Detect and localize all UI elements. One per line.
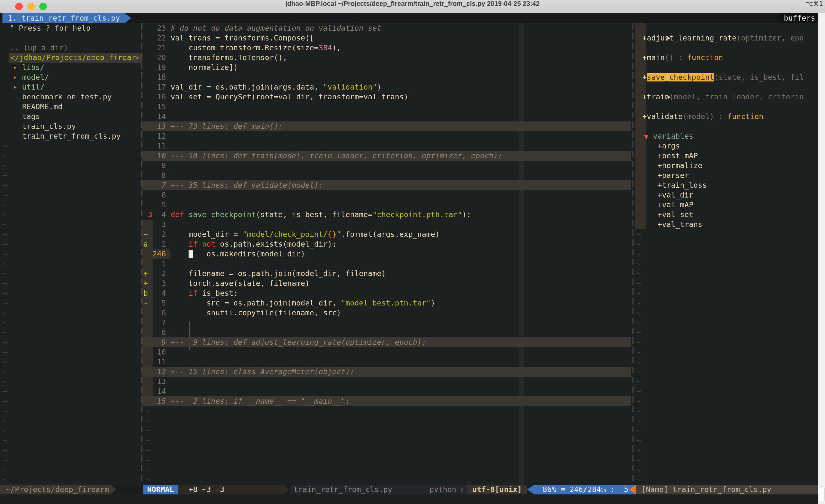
code-line[interactable]: ~5 src = os.path.join(model_dir, "model_… [142,298,631,308]
tagbar-item[interactable]: +parser [658,171,689,180]
code-line[interactable]: 22val_trans = transforms.Compose([ [142,33,631,43]
filler-line: ~ [0,416,140,426]
mode-indicator: NORMAL [143,485,178,494]
code-line[interactable]: 16val_set = QuerySet(root=val_dir, trans… [142,92,631,102]
filler-line: ~ [636,475,641,485]
code-line[interactable]: +2 filename = os.path.join(model_dir, fi… [142,269,631,278]
filler-line: ~ [0,376,140,387]
filler-line: ~ [0,435,140,445]
powerline-arrow-icon [527,485,534,494]
tagbar-item[interactable]: +validate(model) : function [642,112,763,121]
tagbar-item[interactable]: +val_set [658,210,693,220]
code-line[interactable]: a1 if not os.path.exists(model_dir): [142,239,631,249]
code-line[interactable]: 10 [142,347,631,357]
nerdtree-dir-util[interactable]: ▸util/ [0,82,140,92]
tagbar-item[interactable]: +val_mAP [658,200,693,210]
powerline-arrow-icon [110,485,117,494]
folded-region[interactable]: 15+-- 2 lines: if __name__ == "__main__"… [142,396,631,406]
tab-train-retr-from-cls[interactable]: 1. train_retr_from_cls.py [2,13,131,23]
filler-line: ~ [142,416,631,426]
filler-line: ~ [636,435,641,445]
code-line[interactable]: ~2 model_dir = "model/check_point/{}".fo… [142,230,631,239]
code-line[interactable]: 17val_dir = os.path.join(args.data, "val… [142,82,631,92]
nerdtree-dir-model[interactable]: ▸model/ [0,72,140,82]
code-line[interactable]: 5 [142,200,631,210]
tagbar-item[interactable]: +val_dir [658,190,693,200]
filler-line: ~ [636,426,641,435]
code-line[interactable]: 11 [142,141,631,151]
terminal-screen: jdhao-MBP.local ~/Projects/deep_firearm/… [0,0,825,504]
nerdtree-statusline-path: ~/Projects/deep_firearm [0,485,110,494]
folded-region[interactable]: 7+-- 35 lines: def validate(model): [142,180,631,190]
tagbar-item[interactable]: +normalize [658,161,702,171]
folder-collapsed-icon[interactable]: ▸ [14,63,16,72]
code-line[interactable]: 18 [142,72,631,82]
nerdtree-file-tags[interactable]: tags [0,112,140,121]
folded-region[interactable]: 12+-- 15 lines: class AverageMeter(objec… [142,367,631,376]
nerdtree-dir-libs[interactable]: ▸libs/ [0,63,140,72]
tagbar-item[interactable]: +val_trans [658,220,702,230]
code-line[interactable]: +3 torch.save(state, filename) [142,278,631,288]
filler-line: ~ [0,151,140,161]
code-line[interactable]: 8 [142,171,631,180]
filler-line: ~ [0,210,140,220]
encoding-segment: utf-8[unix] [467,485,527,494]
window-separator-right[interactable] [632,23,633,485]
nerdtree-file-README-md[interactable]: README.md [0,102,140,112]
code-line[interactable]: 13 [142,376,631,387]
code-line[interactable]: 23# do not do data augmentation on valid… [142,23,631,33]
code-line[interactable]: 21 custom_transform.Resize(size=384), [142,43,631,53]
filler-line: ~ [636,347,641,357]
nerdtree-file-train_retr_from_cls-py[interactable]: train_retr_from_cls.py [0,131,140,141]
filler-line: ~ [0,298,140,308]
code-line[interactable]: 7 [142,318,631,328]
tagbar-item[interactable]: +args [658,141,680,151]
code-line[interactable]: 15 [142,102,631,112]
tagbar-statusline: [Name] train_retr_from_cls.py [636,485,818,494]
code-line[interactable]: 19 normalize]) [142,63,631,72]
code-line[interactable]: 20 transforms.ToTensor(), [142,53,631,63]
filler-line: ~ [0,161,140,171]
code-line[interactable]: 246 os.makedirs(model_dir) [142,249,631,259]
folder-collapsed-icon[interactable]: ▸ [14,72,16,82]
tagbar-item[interactable]: ▼ variables [644,131,693,141]
code-line[interactable]: _34def save_checkpoint(state, is_best, f… [142,210,631,220]
code-line[interactable]: 14 [142,387,631,396]
nerdtree-file-benchmark_on_test-py[interactable]: benchmark_on_test.py [0,92,140,102]
code-line[interactable]: b4 if is_best: [142,288,631,298]
nerdtree-root[interactable]: </jdhao/Projects/deep_firear> [0,53,140,63]
code-line[interactable]: 8 [142,328,631,337]
folded-region[interactable]: 13+-- 73 lines: def main(): [142,121,631,131]
code-line[interactable]: 14 [142,112,631,121]
terminal-scrollbar[interactable] [818,13,825,504]
filler-line: ~ [0,455,140,465]
statusline-filename: train_retr_from_cls.py [294,485,392,494]
filler-line: ~ [142,435,631,445]
nerdtree-help-hint: " Press ? for help [0,23,140,33]
tagbar-item[interactable]: +best_mAP [658,151,698,161]
window-hotkey-badge: ⌥⌘1 [806,0,823,13]
filler-line: ~ [636,387,641,396]
code-line[interactable]: 12 [142,131,631,141]
tagbar-item[interactable]: +train_loss [658,180,707,190]
folder-collapsed-icon[interactable]: ▸ [14,82,16,92]
code-line[interactable]: 11 [142,357,631,367]
code-line[interactable]: 3 [142,220,631,230]
filler-line: ~ [0,230,140,239]
filler-line: ~ [636,230,641,239]
filler-line: ~ [0,239,140,249]
filler-line: ~ [0,387,140,396]
code-line[interactable]: 6 shutil.copyfile(filename, src) [142,308,631,318]
code-line[interactable]: 6 [142,190,631,200]
tagbar-item[interactable]: +main() : function [642,53,723,63]
filler-line: ~ [636,298,641,308]
filler-line: ~ [0,318,140,328]
filler-line: ~ [636,396,641,406]
folded-region[interactable]: 9+-- 9 lines: def adjust_learning_rate(o… [142,337,631,347]
nerdtree-file-train_cls-py[interactable]: train_cls.py [0,121,140,131]
folded-region[interactable]: 10+-- 50 lines: def train(model, train_l… [142,151,631,161]
code-line[interactable]: 9 [142,161,631,171]
scrollbar-thumb[interactable] [819,486,825,503]
nerdtree-up-dir[interactable]: .. (up a dir) [0,43,140,53]
code-line[interactable]: 1 [142,259,631,269]
